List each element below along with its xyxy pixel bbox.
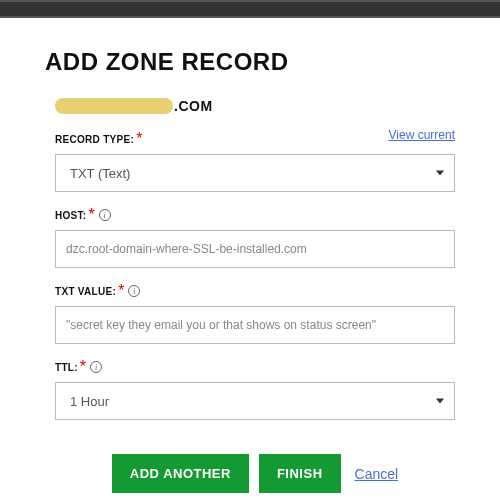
txt-value-input[interactable] <box>56 307 454 343</box>
txt-value-label: TXT VALUE: <box>55 286 116 297</box>
chevron-down-icon <box>436 399 444 404</box>
field-txt-value: TXT VALUE: * i <box>55 282 455 344</box>
ttl-value: 1 Hour <box>70 394 109 409</box>
host-label: HOST: <box>55 210 87 221</box>
field-host: HOST: * i <box>55 206 455 268</box>
required-asterisk: * <box>80 358 86 376</box>
record-type-label: RECORD TYPE: <box>55 134 134 145</box>
ttl-select[interactable]: 1 Hour <box>55 382 455 420</box>
page-title: ADD ZONE RECORD <box>45 48 455 76</box>
required-asterisk: * <box>89 206 95 224</box>
required-asterisk: * <box>136 130 142 148</box>
add-another-button[interactable]: ADD ANOTHER <box>112 454 249 493</box>
domain-suffix: .COM <box>174 98 213 114</box>
field-ttl: TTL: * i 1 Hour <box>55 358 455 420</box>
info-icon[interactable]: i <box>99 209 111 221</box>
domain-redacted <box>55 98 173 114</box>
view-current-link[interactable]: View current <box>389 128 455 142</box>
chevron-down-icon <box>436 171 444 176</box>
cancel-link[interactable]: Cancel <box>355 466 399 482</box>
record-type-select[interactable]: TXT (Text) <box>55 154 455 192</box>
domain-row: .COM <box>55 98 455 114</box>
info-icon[interactable]: i <box>90 361 102 373</box>
zone-record-form: RECORD TYPE: * View current TXT (Text) H… <box>55 130 455 493</box>
txt-value-input-wrap <box>55 306 455 344</box>
action-row: ADD ANOTHER FINISH Cancel <box>55 454 455 493</box>
field-record-type: RECORD TYPE: * View current TXT (Text) <box>55 130 455 192</box>
required-asterisk: * <box>118 282 124 300</box>
top-bar <box>0 0 500 18</box>
finish-button[interactable]: FINISH <box>259 454 341 493</box>
record-type-value: TXT (Text) <box>70 166 130 181</box>
host-input-wrap <box>55 230 455 268</box>
ttl-label: TTL: <box>55 362 78 373</box>
info-icon[interactable]: i <box>128 285 140 297</box>
form-container: ADD ZONE RECORD .COM RECORD TYPE: * View… <box>0 18 500 500</box>
host-input[interactable] <box>56 231 454 267</box>
